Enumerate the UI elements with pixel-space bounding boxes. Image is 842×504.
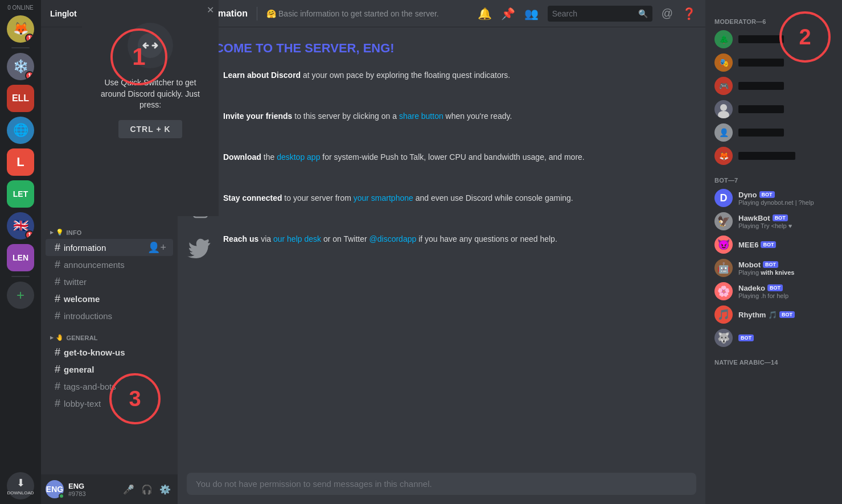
add-server-button[interactable]: + (7, 282, 34, 309)
channel-item-tags-and-bots[interactable]: # tags-and-bots (46, 378, 173, 395)
server-icon-linglot[interactable]: LET (7, 180, 34, 208)
desktop-app-link[interactable]: desktop app (277, 152, 320, 162)
bot-item-nadeko[interactable]: 🌸 Nadeko BOT Playing .h for help (710, 280, 837, 303)
category-name: INFO (66, 229, 81, 236)
member-item[interactable]: 🦊 (710, 144, 837, 167)
smartphone-link[interactable]: your smartphone (354, 193, 413, 203)
download-button[interactable]: ⬇ DOWNLOAD (7, 472, 34, 499)
user-info: ENG #9783 (68, 482, 116, 497)
channel-hash-icon: # (55, 310, 60, 322)
add-member-button[interactable]: 👤+ (145, 241, 169, 254)
channel-item-get-to-know-us[interactable]: # get-to-know-us (46, 344, 173, 361)
bot-item-dyno[interactable]: D Dyno BOT Playing dynobot.net | ?help (710, 187, 837, 209)
svg-point-0 (138, 33, 163, 58)
member-item[interactable] (710, 98, 837, 121)
member-item[interactable]: 🎭 (710, 51, 837, 74)
server-name-label: Linglot (50, 9, 77, 18)
bot-status: Playing .h for help (738, 292, 833, 299)
channel-item-information[interactable]: # information 👤+ (46, 239, 173, 256)
server-icon-snowflake[interactable]: ❄️ 1 (7, 53, 34, 80)
bot-avatar: 😈 (714, 236, 733, 254)
quick-switcher-shortcut: CTRL + K (118, 120, 182, 138)
server-icon-fox[interactable]: 🦊 1 (7, 15, 34, 43)
server-icon-len[interactable]: LEN (7, 244, 34, 271)
welcome-content: WELCOME TO THE SERVER, ENG! Learn about … (187, 41, 597, 261)
channel-header: # information 🤗 Basic information to get… (178, 0, 705, 27)
channel-item-general[interactable]: # general (46, 361, 173, 378)
channel-item-welcome[interactable]: # welcome (46, 291, 173, 307)
member-item[interactable]: 👤 (710, 121, 837, 144)
server-icon-l[interactable]: L (7, 148, 34, 176)
bot-item-mee6[interactable]: 😈 MEE6 BOT (710, 233, 837, 256)
bot-item-mobot[interactable]: 🤖 Mobot BOT Playing with knives (710, 257, 837, 279)
bot-info: HawkBot BOT Playing Try <help ♥ (738, 214, 833, 229)
moderator-category-label: MODERATOR—6 (714, 18, 766, 25)
category-collapse-arrow: ▸ (50, 334, 54, 341)
user-status-indicator (59, 493, 64, 499)
user-settings-button[interactable]: ⚙️ (157, 482, 173, 497)
bot-avatar: D (714, 189, 733, 207)
member-avatar: 🎮 (714, 77, 733, 95)
channel-sidebar: Linglot ▾ ✕ Use Quick Switcher to get ar… (41, 0, 178, 504)
mute-button[interactable]: 🎤 (121, 482, 137, 497)
search-input[interactable] (552, 9, 634, 18)
message-input-area: You do not have permission to send messa… (178, 473, 705, 504)
server-icon-ell[interactable]: ELL (7, 85, 34, 112)
member-avatar: 👤 (714, 123, 733, 142)
bot-item-unknown[interactable]: 🐺 BOT (710, 327, 837, 349)
bot-status: Playing dynobot.net | ?help (738, 199, 833, 206)
member-info (738, 105, 833, 113)
bot-item-hawkbot[interactable]: 🦅 HawkBot BOT Playing Try <help ♥ (710, 210, 837, 233)
channel-item-twitter[interactable]: # twitter (46, 274, 173, 290)
search-bar: 🔍 (548, 6, 652, 22)
member-name (738, 152, 795, 160)
help-desk-link[interactable]: our help desk (273, 234, 321, 243)
user-controls: 🎤 🎧 ⚙️ (121, 482, 173, 497)
discordapp-twitter-link[interactable]: @discordapp (369, 234, 417, 243)
bot-badge: BOT (767, 284, 783, 291)
server-icon-ukflag[interactable]: 🇬🇧 1 (7, 212, 34, 239)
channel-name: welcome (64, 294, 100, 304)
member-item[interactable]: 🎮 (710, 75, 837, 97)
channel-item-announcements[interactable]: # announcements (46, 257, 173, 273)
pin-button[interactable]: 📌 (501, 7, 515, 20)
members-button[interactable]: 👥 (524, 7, 539, 20)
user-area: ENG ENG #9783 🎤 🎧 ⚙️ (41, 474, 178, 504)
bot-info: Nadeko BOT Playing .h for help (738, 284, 833, 299)
members-sidebar: 2 MODERATOR—6 🌲 🎭 🎮 👤 (705, 0, 842, 504)
bot-avatar: 🦅 (714, 212, 733, 230)
member-item[interactable]: 🌲 (710, 28, 837, 51)
at-mention-button[interactable]: @ (662, 7, 673, 20)
channel-item-introductions[interactable]: # introductions (46, 308, 173, 324)
server-divider (11, 47, 30, 48)
category-info[interactable]: ▸ 💡 INFO (41, 220, 178, 238)
help-button[interactable]: ❓ (682, 7, 696, 20)
welcome-item-download: Download the desktop app for system-wide… (187, 151, 597, 179)
share-button-link[interactable]: share button (399, 111, 443, 121)
category-general[interactable]: ▸ 🤚 GENERAL (41, 325, 178, 344)
notification-bell-button[interactable]: 🔔 (478, 7, 492, 20)
bot-badge: BOT (773, 214, 788, 221)
bot-badge: BOT (738, 334, 754, 341)
welcome-text-connected: Stay connected to your server from your … (223, 192, 573, 204)
channel-item-lobby-text[interactable]: # lobby-text (46, 395, 173, 412)
bot-badge: BOT (779, 311, 795, 318)
category-name: GENERAL (66, 334, 97, 341)
user-discriminator: #9783 (68, 490, 116, 497)
quick-switcher-close[interactable]: ✕ (207, 5, 214, 15)
server-icon-globe[interactable]: 🌐 (7, 117, 34, 144)
bot-badge: BOT (759, 191, 775, 198)
bot-info: Rhythm 🎵 BOT (738, 311, 833, 319)
member-info (738, 59, 833, 67)
channel-hash-icon: # (55, 242, 60, 254)
channel-hash-icon: # (55, 363, 60, 375)
bot-status: Playing Try <help ♥ (738, 222, 833, 229)
welcome-text-invite: Invite your friends to this server by cl… (223, 110, 512, 122)
twitter-icon (187, 233, 214, 261)
deafen-button[interactable]: 🎧 (139, 482, 155, 497)
channel-header-description: 🤗 Basic information to get started on th… (266, 9, 439, 18)
bot-name: Rhythm 🎵 (738, 311, 777, 319)
user-avatar: ENG (46, 480, 64, 498)
welcome-text-learn: Learn about Discord at your own pace by … (223, 69, 510, 81)
bot-item-rhythm[interactable]: 🎵 Rhythm 🎵 BOT (710, 303, 837, 326)
